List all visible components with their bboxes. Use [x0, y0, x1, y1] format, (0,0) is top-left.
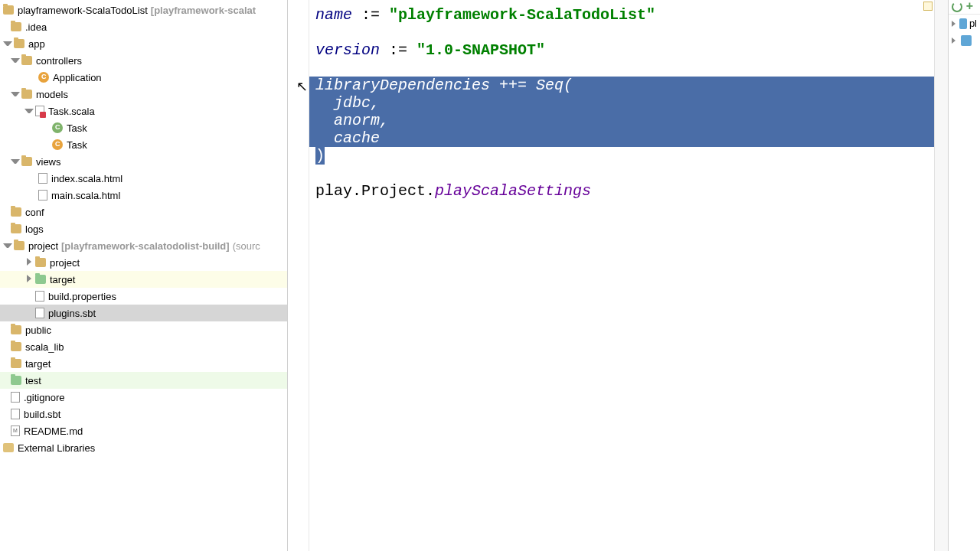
tree-build-sbt[interactable]: build.sbt — [0, 406, 287, 422]
tree-index-html[interactable]: index.scala.html — [0, 170, 287, 187]
class-icon — [52, 122, 63, 133]
tree-main-html[interactable]: main.scala.html — [0, 187, 287, 204]
sbt-project-item[interactable]: pl — [949, 15, 980, 32]
chevron-right-icon[interactable] — [952, 21, 956, 27]
tree-test[interactable]: test — [0, 372, 287, 389]
tree-views[interactable]: views — [0, 153, 287, 170]
tree-readme[interactable]: README.md — [0, 422, 287, 439]
chevron-right-icon[interactable] — [952, 37, 958, 44]
tree-target[interactable]: target — [0, 355, 287, 372]
chevron-down-icon[interactable] — [3, 39, 12, 48]
scalalib-label: scala_lib — [25, 341, 64, 353]
folder-icon — [11, 325, 21, 334]
folder-icon — [11, 359, 21, 368]
plugins-sbt-label: plugins.sbt — [48, 308, 96, 319]
token-libdeps: libraryDependencies ++= Seq( — [315, 77, 573, 94]
sbt-icon — [961, 35, 972, 46]
controllers-label: controllers — [36, 55, 82, 67]
tree-public[interactable]: public — [0, 321, 287, 338]
file-icon — [11, 392, 20, 403]
main-html-label: main.scala.html — [51, 190, 120, 201]
token-name: name — [315, 6, 352, 24]
folder-icon — [11, 224, 21, 233]
logs-label: logs — [25, 223, 44, 235]
tree-task-scala[interactable]: Task.scala — [0, 103, 287, 119]
chevron-down-icon[interactable] — [11, 90, 20, 99]
chevron-down-icon[interactable] — [11, 157, 20, 166]
build-sbt-label: build.sbt — [24, 409, 60, 420]
tree-logs[interactable]: logs — [0, 220, 287, 237]
project-tree: playframework-ScalaTodoList [playframewo… — [0, 0, 287, 456]
token-string: "playframework-ScalaTodoList" — [389, 6, 655, 24]
folder-icon — [21, 157, 32, 166]
readme-label: README.md — [24, 425, 83, 437]
project-sub-label: project — [50, 257, 80, 269]
folder-icon — [3, 5, 14, 15]
sbt-icon — [959, 18, 967, 29]
tree-idea[interactable]: .idea — [0, 18, 287, 35]
tree-plugins-sbt[interactable]: plugins.sbt — [0, 305, 287, 321]
task1-label: Task — [67, 122, 87, 134]
views-label: views — [36, 156, 61, 168]
folder-icon — [21, 56, 32, 65]
tree-controllers[interactable]: controllers — [0, 52, 287, 69]
file-icon — [38, 173, 47, 184]
tree-build-props[interactable]: build.properties — [0, 288, 287, 305]
folder-icon — [14, 241, 24, 250]
models-label: models — [36, 89, 68, 100]
tree-task1[interactable]: Task — [0, 119, 287, 136]
class-icon — [38, 72, 49, 83]
gitignore-label: .gitignore — [24, 392, 64, 403]
tree-task2[interactable]: Task — [0, 136, 287, 153]
target-label: target — [25, 358, 51, 370]
ext-lib-label: External Libraries — [18, 442, 95, 454]
target-sub-label: target — [50, 274, 75, 285]
tree-conf[interactable]: conf — [0, 204, 287, 220]
code-editor[interactable]: name := "playframework-ScalaTodoList" ve… — [288, 0, 948, 551]
sbt-project-item-2[interactable] — [949, 32, 980, 49]
class-icon — [52, 139, 63, 150]
chevron-down-icon[interactable] — [11, 56, 20, 65]
project-suffix: [playframework-scalatodolist-build] — [61, 240, 230, 252]
folder-icon — [11, 376, 21, 385]
tree-scalalib[interactable]: scala_lib — [0, 338, 287, 355]
tree-application[interactable]: Application — [0, 69, 287, 86]
file-icon — [35, 291, 44, 302]
refresh-icon[interactable] — [952, 2, 962, 12]
token-op: := — [380, 41, 416, 59]
chevron-right-icon[interactable] — [24, 258, 34, 267]
conf-label: conf — [25, 207, 44, 218]
tree-models[interactable]: models — [0, 86, 287, 103]
folder-icon — [11, 342, 21, 351]
tree-gitignore[interactable]: .gitignore — [0, 389, 287, 406]
application-label: Application — [53, 72, 102, 83]
token-anorm: anorm, — [315, 112, 389, 129]
idea-label: .idea — [25, 21, 47, 33]
code-line-1: name := "playframework-ScalaTodoList" — [309, 6, 934, 24]
token-string: "1.0-SNAPSHOT" — [416, 41, 545, 59]
plus-icon[interactable] — [966, 2, 977, 12]
tree-root[interactable]: playframework-ScalaTodoList [playframewo… — [0, 2, 287, 18]
test-label: test — [25, 375, 41, 386]
chevron-right-icon[interactable] — [24, 275, 34, 284]
code-line-blank — [309, 59, 934, 77]
editor-error-stripe[interactable] — [934, 0, 948, 551]
markdown-file-icon — [11, 425, 20, 436]
editor-gutter — [288, 0, 309, 551]
folder-icon — [21, 90, 32, 99]
tree-project-sub[interactable]: project — [0, 254, 287, 271]
file-icon — [38, 190, 47, 201]
code-area[interactable]: name := "playframework-ScalaTodoList" ve… — [309, 0, 934, 551]
sbt-toolbar — [949, 0, 980, 15]
inspection-indicator[interactable] — [923, 2, 933, 11]
tree-ext-lib[interactable]: External Libraries — [0, 439, 287, 456]
chevron-down-icon[interactable] — [3, 241, 12, 250]
sbt-project-label: pl — [969, 18, 977, 29]
task2-label: Task — [67, 139, 87, 151]
tree-target-sub[interactable]: target — [0, 271, 287, 288]
chevron-down-icon[interactable] — [24, 106, 34, 116]
tree-app[interactable]: app — [0, 35, 287, 52]
code-line-8: play.Project.playScalaSettings — [309, 182, 934, 200]
code-line-blank — [309, 165, 934, 182]
tree-project-build[interactable]: project [playframework-scalatodolist-bui… — [0, 237, 287, 254]
